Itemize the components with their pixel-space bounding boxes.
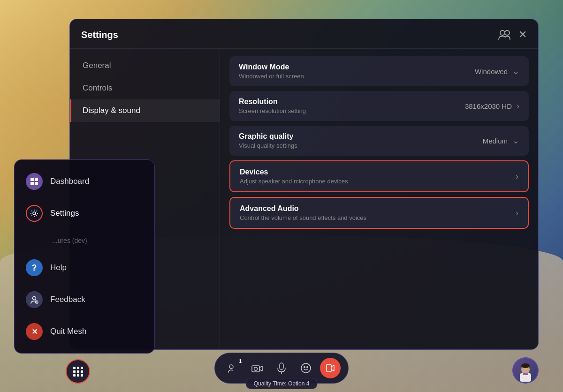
settings-header: Settings ✕ [70, 19, 538, 49]
taskbar-mic-btn[interactable] [271, 358, 292, 378]
dashboard-icon [26, 173, 43, 190]
window-mode-value: Windowed [475, 68, 508, 75]
taskbar-people-btn[interactable]: 1 [222, 358, 243, 378]
advanced-audio-chevron: › [516, 208, 518, 218]
window-mode-chevron: ⌄ [512, 66, 519, 76]
settings-content: Window Mode Windowed or full screen Wind… [220, 49, 538, 349]
svg-rect-12 [280, 363, 283, 369]
advanced-audio-sub: Control the volume of sound effects and … [240, 214, 366, 221]
quit-icon: ✕ [26, 323, 43, 340]
svg-point-0 [500, 30, 505, 35]
graphic-quality-value: Medium [483, 137, 508, 145]
setting-row-resolution[interactable]: Resolution Screen resolution setting 381… [229, 91, 529, 121]
feedback-label: Feedback [50, 295, 85, 304]
graphic-quality-sub: Visual quality settings [239, 142, 297, 149]
svg-rect-2 [30, 178, 34, 181]
window-mode-left: Window Mode Windowed or full screen [239, 63, 304, 80]
apps-grid-icon [73, 367, 83, 377]
window-mode-title: Window Mode [239, 63, 304, 71]
settings-panel-title: Settings [81, 30, 118, 40]
graphic-quality-title: Graphic quality [239, 132, 297, 141]
profile-icon-btn[interactable] [498, 30, 511, 40]
side-menu: Dashboard Settings ...ures (dev) ? Help [14, 159, 155, 354]
svg-rect-4 [30, 182, 34, 185]
help-label: Help [50, 263, 67, 272]
window-mode-right: Windowed ⌄ [475, 66, 519, 76]
svg-point-6 [33, 212, 36, 215]
menu-item-features-dev[interactable]: ...ures (dev) [15, 229, 154, 252]
nav-item-display-sound[interactable]: Display & sound [70, 99, 220, 122]
resolution-left: Resolution Screen resolution setting [239, 98, 306, 114]
devices-title: Devices [240, 168, 348, 176]
graphic-quality-left: Graphic quality Visual quality settings [239, 132, 297, 149]
svg-point-1 [505, 30, 510, 35]
advanced-audio-title: Advanced Audio [240, 204, 366, 213]
graphic-quality-right: Medium ⌄ [483, 136, 519, 146]
menu-item-feedback[interactable]: Feedback [15, 284, 154, 316]
resolution-title: Resolution [239, 98, 306, 106]
help-icon: ? [26, 259, 43, 276]
taskbar-camera-btn[interactable] [247, 358, 267, 378]
svg-rect-21 [523, 373, 528, 375]
advanced-audio-left: Advanced Audio Control the volume of sou… [240, 204, 366, 221]
features-dev-label: ...ures (dev) [52, 237, 87, 244]
people-badge: 1 [239, 359, 242, 364]
svg-rect-10 [252, 366, 259, 372]
setting-row-advanced-audio[interactable]: Advanced Audio Control the volume of sou… [229, 197, 529, 229]
resolution-right: 3816x2030 HD › [465, 101, 519, 111]
svg-point-20 [521, 363, 530, 368]
apps-button[interactable] [66, 359, 90, 384]
svg-point-11 [254, 367, 258, 370]
taskbar-emoji-btn[interactable] [296, 358, 316, 378]
nav-item-general[interactable]: General [70, 54, 220, 77]
svg-point-14 [301, 363, 311, 373]
menu-item-help[interactable]: ? Help [15, 252, 154, 284]
header-icons: ✕ [498, 29, 527, 41]
graphic-quality-chevron: ⌄ [512, 136, 519, 146]
settings-menu-label: Settings [50, 209, 79, 218]
close-button[interactable]: ✕ [518, 29, 527, 41]
settings-icon [26, 205, 43, 222]
feedback-icon [26, 291, 43, 308]
resolution-sub: Screen resolution setting [239, 107, 306, 114]
svg-point-15 [304, 367, 305, 368]
setting-row-devices[interactable]: Devices Adjust speaker and microphone de… [229, 160, 529, 192]
window-mode-sub: Windowed or full screen [239, 73, 304, 80]
avatar-button[interactable] [512, 357, 539, 384]
menu-item-quit-mesh[interactable]: ✕ Quit Mesh [15, 316, 154, 347]
setting-row-graphic-quality[interactable]: Graphic quality Visual quality settings … [229, 126, 529, 156]
svg-point-7 [33, 297, 36, 300]
svg-rect-3 [35, 178, 38, 181]
advanced-audio-right: › [516, 208, 518, 218]
quality-badge: Quality Time: Option 4 [246, 378, 318, 389]
devices-sub: Adjust speaker and microphone devices [240, 178, 348, 185]
menu-item-dashboard[interactable]: Dashboard [15, 166, 154, 197]
resolution-value: 3816x2030 HD [465, 102, 512, 110]
svg-point-16 [307, 367, 308, 368]
svg-rect-5 [35, 182, 38, 185]
resolution-chevron: › [517, 101, 519, 111]
dashboard-label: Dashboard [50, 177, 89, 186]
devices-right: › [516, 172, 518, 181]
taskbar-record-btn[interactable] [320, 358, 341, 378]
svg-point-9 [229, 365, 233, 369]
nav-item-controls[interactable]: Controls [70, 77, 220, 99]
svg-rect-17 [327, 364, 331, 372]
setting-row-window-mode[interactable]: Window Mode Windowed or full screen Wind… [229, 56, 529, 86]
devices-left: Devices Adjust speaker and microphone de… [240, 168, 348, 185]
menu-item-settings[interactable]: Settings [15, 197, 154, 229]
devices-chevron: › [516, 172, 518, 181]
quit-mesh-label: Quit Mesh [50, 327, 86, 336]
